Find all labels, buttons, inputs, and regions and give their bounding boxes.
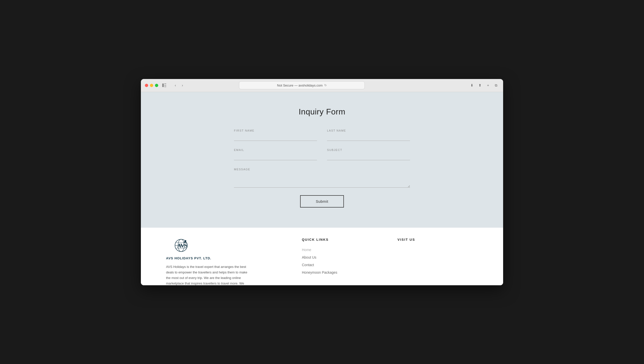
footer-visit-us: VISIT US (397, 238, 478, 285)
footer-link-home-anchor[interactable]: Home (302, 248, 311, 252)
back-button[interactable]: ‹ (172, 82, 178, 88)
submit-button[interactable]: Submit (300, 195, 344, 208)
svg-rect-0 (162, 84, 164, 87)
url-text: Not Secure — avsholidays.com (277, 84, 323, 87)
footer-link-honeymoon: Honeymoon Packages (302, 270, 382, 275)
email-input[interactable] (234, 153, 317, 160)
address-bar[interactable]: Not Secure — avsholidays.com ↻ (239, 81, 365, 89)
footer-brand: AVS AVS HOLIDAYS PVT. LTD. AVS Holidays … (166, 238, 287, 285)
browser-nav: ‹ › (172, 82, 185, 88)
page-title: Inquiry Form (299, 107, 345, 116)
traffic-light-green[interactable] (155, 84, 158, 87)
footer-links-list: Home About Us Contact Honeymoon Packages (302, 248, 382, 275)
message-input[interactable] (234, 172, 410, 188)
traffic-light-red[interactable] (145, 84, 148, 87)
message-field: MESSAGE (234, 168, 410, 188)
footer-link-contact-anchor[interactable]: Contact (302, 263, 314, 267)
footer-logo-icon: AVS (166, 238, 196, 255)
inquiry-form: FIRST NAME LAST NAME EMAIL SUBJECT (234, 129, 410, 208)
tabs-icon[interactable]: ⧉ (493, 82, 499, 88)
browser-window: ‹ › Not Secure — avsholidays.com ↻ ⬇ ⬆ +… (141, 79, 503, 285)
footer-quick-links: QUICK LINKS Home About Us Contact Honeym… (302, 238, 382, 285)
subject-label: SUBJECT (327, 148, 410, 151)
visit-us-title: VISIT US (397, 238, 478, 241)
first-name-field: FIRST NAME (234, 129, 317, 141)
first-name-input[interactable] (234, 134, 317, 141)
last-name-label: LAST NAME (327, 129, 410, 132)
website-content: Inquiry Form FIRST NAME LAST NAME EMAIL (141, 92, 503, 285)
footer-link-home: Home (302, 248, 382, 252)
traffic-lights (145, 84, 158, 87)
subject-input[interactable] (327, 153, 410, 160)
last-name-input[interactable] (327, 134, 410, 141)
svg-rect-3 (164, 87, 166, 87)
subject-field: SUBJECT (327, 148, 410, 160)
submit-container: Submit (234, 195, 410, 208)
footer-link-contact: Contact (302, 263, 382, 267)
footer-link-honeymoon-anchor[interactable]: Honeymoon Packages (302, 270, 337, 274)
first-name-label: FIRST NAME (234, 129, 317, 132)
download-icon[interactable]: ⬇ (469, 82, 475, 88)
new-tab-icon[interactable]: + (485, 82, 491, 88)
svg-text:AVS: AVS (177, 242, 187, 249)
forward-button[interactable]: › (179, 82, 185, 88)
form-row-name: FIRST NAME LAST NAME (234, 129, 410, 141)
sidebar-toggle-icon[interactable] (161, 82, 167, 88)
browser-chrome: ‹ › Not Secure — avsholidays.com ↻ ⬇ ⬆ +… (141, 79, 503, 92)
footer-description: AVS Holidays is the travel expert that a… (166, 264, 252, 285)
svg-rect-1 (164, 84, 166, 84)
browser-actions: ⬇ ⬆ + ⧉ (469, 82, 499, 88)
reload-icon[interactable]: ↻ (324, 84, 327, 87)
svg-rect-2 (164, 85, 166, 86)
traffic-light-yellow[interactable] (150, 84, 153, 87)
inquiry-section: Inquiry Form FIRST NAME LAST NAME EMAIL (141, 92, 503, 228)
last-name-field: LAST NAME (327, 129, 410, 141)
message-label: MESSAGE (234, 168, 410, 171)
email-label: EMAIL (234, 148, 317, 151)
form-row-email: EMAIL SUBJECT (234, 148, 410, 160)
quick-links-title: QUICK LINKS (302, 238, 382, 241)
footer-logo-container: AVS AVS HOLIDAYS PVT. LTD. (166, 238, 287, 260)
footer-link-about: About Us (302, 255, 382, 260)
share-icon[interactable]: ⬆ (477, 82, 483, 88)
email-field: EMAIL (234, 148, 317, 160)
footer-link-about-anchor[interactable]: About Us (302, 255, 316, 259)
footer: AVS AVS HOLIDAYS PVT. LTD. AVS Holidays … (141, 228, 503, 285)
footer-company-name: AVS HOLIDAYS PVT. LTD. (166, 256, 211, 260)
